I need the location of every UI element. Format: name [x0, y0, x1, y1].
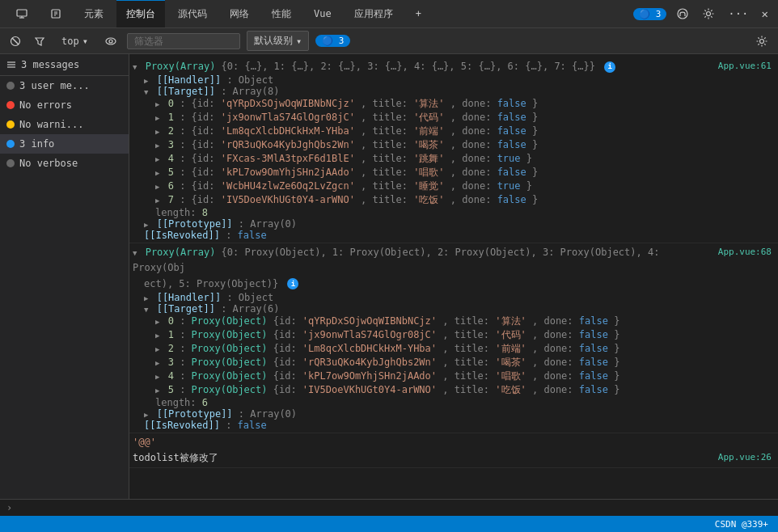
sidebar: 3 messages 3 user me... No errors No war… [0, 54, 129, 499]
entry2-item-3: ▶ 3 : Proxy(Object) {id: 'rQR3uQKo4KybJg… [133, 356, 772, 369]
sidebar-messages-header[interactable]: 3 messages [0, 54, 129, 76]
tab-bar: 元素 控制台 源代码 网络 性能 Vue 应用程序 + 🔵 3 [0, 0, 778, 28]
svg-point-7 [678, 9, 687, 19]
device-icon [16, 8, 27, 19]
svg-point-14 [109, 40, 112, 43]
entry2-handler: ▶ [[Handler]] : Object [133, 292, 772, 303]
settings-icon[interactable] [699, 4, 718, 23]
entry1-item-7: ▶ 7 : {id: 'IV5DoeVKhUGt0Y4-arWNO' , tit… [133, 193, 772, 207]
level-badge[interactable]: 🔵 3 [315, 35, 350, 47]
entry2-target: ▼ [[Target]] : Array(6) [133, 303, 772, 315]
entry2-item-2: ▶ 2 : Proxy(Object) {id: 'Lm8qcXlcbDHCkH… [133, 342, 772, 356]
entry2-item-0: ▶ 0 : Proxy(Object) {id: 'qYRpDxSOjwOqWI… [133, 315, 772, 328]
clear-console-icon[interactable] [6, 32, 24, 50]
sidebar-item-verbose[interactable]: No verbose [0, 154, 129, 173]
console-input[interactable] [17, 502, 772, 513]
target-toggle-1[interactable]: ▼ [144, 88, 148, 96]
entry2-prototype: ▶ [[Prototype]] : Array(0) [133, 408, 772, 420]
svg-point-15 [760, 39, 764, 43]
dot-blue-icon [6, 140, 15, 148]
info-badge-2: i [287, 278, 298, 289]
entry1-item-2: ▶ 2 : {id: 'Lm8qcXlcbDHCkHxM-YHba' , tit… [133, 125, 772, 138]
svg-point-10 [707, 12, 711, 16]
svg-rect-0 [17, 10, 27, 16]
entry1-item-1: ▶ 1 : {id: 'jx9onwTlaS74GlOgr08jC' , tit… [133, 111, 772, 125]
entry1-length: length: 8 [133, 207, 772, 218]
remote-debug-icon[interactable] [673, 4, 692, 23]
svg-point-13 [106, 38, 116, 44]
tab-application[interactable]: 应用程序 [345, 0, 403, 27]
prompt-arrow-icon: › [6, 502, 12, 513]
entry2-item-5: ▶ 5 : Proxy(Object) {id: 'IV5DoeVKhUGt0Y… [133, 383, 772, 397]
dot-gray2-icon [6, 159, 15, 167]
entry1-prototype: ▶ [[Prototype]] : Array(0) [133, 218, 772, 230]
entry2-length: length: 6 [133, 397, 772, 408]
info-badge-1: i [604, 61, 615, 73]
sidebar-item-user-messages[interactable]: 3 user me... [0, 76, 129, 95]
sidebar-item-info[interactable]: 3 info [0, 134, 129, 154]
tab-inspect[interactable] [40, 0, 71, 27]
svg-line-12 [12, 38, 19, 44]
tab-add[interactable]: + [406, 0, 431, 27]
entry1-header-row: ▼ Proxy(Array) {0: {…}, 1: {…}, 2: {…}, … [133, 59, 772, 74]
sidebar-item-errors[interactable]: No errors [0, 95, 129, 115]
notification-badge[interactable]: 🔵 3 [633, 8, 666, 20]
entry1-item-0: ▶ 0 : {id: 'qYRpDxSOjwOqWIBNbNCjz' , tit… [133, 97, 772, 111]
console-output[interactable]: ▼ Proxy(Array) {0: {…}, 1: {…}, 2: {…}, … [129, 54, 778, 499]
entry1-target: ▼ [[Target]] : Array(8) [133, 86, 772, 97]
entry3-row1: '@@' [133, 435, 772, 450]
tab-performance[interactable]: 性能 [262, 0, 301, 27]
main-area: 3 messages 3 user me... No errors No war… [0, 54, 778, 499]
filter-input[interactable] [127, 33, 240, 49]
source-link-1[interactable]: App.vue:61 [712, 59, 772, 74]
top-selector[interactable]: top ▾ [55, 33, 95, 49]
entry2-item-4: ▶ 4 : Proxy(Object) {id: 'kPL7ow9OmYhjSH… [133, 369, 772, 383]
close-icon[interactable]: ✕ [759, 4, 772, 23]
item0-toggle[interactable]: ▶ [155, 100, 159, 108]
log-level-select[interactable]: 默认级别 ▾ [247, 31, 309, 51]
console-entry-3: '@@' todolist被修改了 App.vue:26 [129, 433, 778, 468]
tab-device[interactable] [6, 0, 37, 27]
status-text: CSDN @339+ [715, 519, 768, 530]
console-entry-2: ▼ Proxy(Array) {0: Proxy(Object), 1: Pro… [129, 243, 778, 433]
dot-red-icon [6, 101, 15, 109]
entry1-item-4: ▶ 4 : {id: 'FXcas-3MlA3tpxF6d1BlE' , tit… [133, 152, 772, 166]
entry2-revoked: [[IsRevoked]] : false [133, 420, 772, 431]
entry1-handler: ▶ [[Handler]] : Object [133, 74, 772, 86]
console-prompt: › [0, 499, 778, 516]
toolbar-right [752, 32, 772, 51]
more-icon[interactable]: ··· [725, 4, 751, 23]
dot-yellow-icon [6, 120, 15, 129]
tab-sources[interactable]: 源代码 [168, 0, 217, 27]
sidebar-item-warnings[interactable]: No warni... [0, 115, 129, 134]
toggle-arrow-1[interactable]: ▼ [133, 61, 137, 73]
status-bar: CSDN @339+ [0, 516, 778, 532]
entry3-row2: todolist被修改了 App.vue:26 [133, 450, 772, 466]
console-entry-1: ▼ Proxy(Array) {0: {…}, 1: {…}, 2: {…}, … [129, 57, 778, 243]
tab-network[interactable]: 网络 [220, 0, 259, 27]
filter-icon[interactable] [31, 32, 49, 50]
entry1-revoked: [[IsRevoked]] : false [133, 230, 772, 241]
entry2-item-1: ▶ 1 : Proxy(Object) {id: 'jx9onwTlaS74Gl… [133, 328, 772, 342]
tab-elements[interactable]: 元素 [74, 0, 113, 27]
entry1-item-5: ▶ 5 : {id: 'kPL7ow9OmYhjSHn2jAAdo' , tit… [133, 166, 772, 179]
tab-bar-right: 🔵 3 ··· ✕ [633, 4, 772, 23]
eye-icon[interactable] [101, 32, 121, 50]
entry2-header-row: ▼ Proxy(Array) {0: Proxy(Object), 1: Pro… [133, 245, 772, 292]
inspect-icon [50, 8, 61, 19]
toggle-arrow-2[interactable]: ▼ [133, 247, 137, 259]
console-toolbar: top ▾ 默认级别 ▾ 🔵 3 [0, 28, 778, 54]
console-settings-icon[interactable] [752, 32, 772, 51]
tab-vue[interactable]: Vue [304, 0, 341, 27]
entry1-item-3: ▶ 3 : {id: 'rQR3uQKo4KybJghQbs2Wn' , tit… [133, 138, 772, 152]
source-link-3[interactable]: App.vue:26 [712, 450, 772, 465]
tab-console[interactable]: 控制台 [116, 0, 165, 27]
list-icon [6, 60, 16, 70]
source-link-2[interactable]: App.vue:68 [712, 245, 772, 260]
dot-gray-icon [6, 82, 15, 90]
entry1-item-6: ▶ 6 : {id: 'WcbHU4zlwZe6Oq2LvZgcn' , tit… [133, 179, 772, 193]
handler-toggle-1[interactable]: ▶ [144, 77, 148, 85]
